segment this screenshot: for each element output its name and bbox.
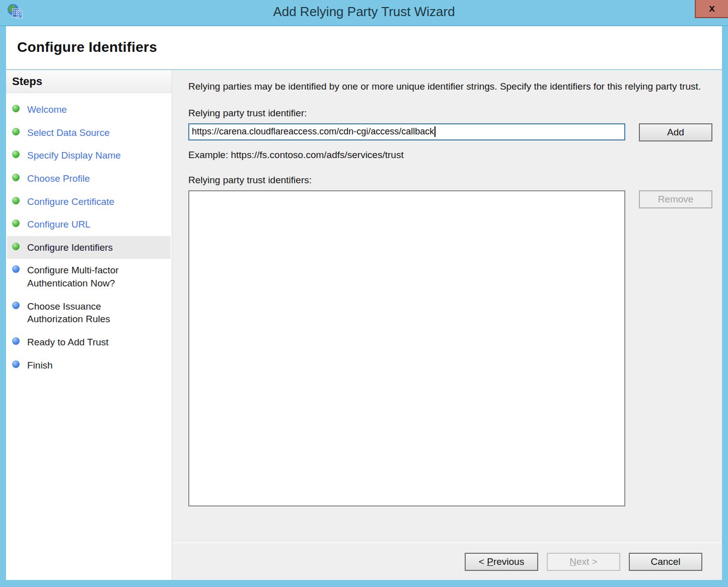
add-button[interactable]: Add	[639, 123, 712, 141]
step-done-bullet-icon	[12, 105, 20, 112]
sidebar-item-label: Choose Profile	[27, 172, 90, 185]
sidebar-item-choose-issuance-authorization-rules[interactable]: Choose Issuance Authorization Rules	[7, 295, 171, 331]
sidebar-item-label: Finish	[27, 359, 53, 372]
cancel-button[interactable]: Cancel	[629, 553, 702, 571]
content-row: Steps WelcomeSelect Data SourceSpecify D…	[6, 70, 722, 580]
step-pending-bullet-icon	[12, 337, 20, 345]
sidebar-item-select-data-source[interactable]: Select Data Source	[7, 121, 171, 144]
step-done-bullet-icon	[12, 128, 20, 135]
add-relying-party-trust-wizard-window: { "window": { "title": "Add Relying Part…	[0, 0, 728, 587]
intro-text: Relying parties may be identified by one…	[188, 80, 708, 94]
previous-label-rest: revious	[493, 556, 524, 567]
sidebar-item-label: Configure Certificate	[27, 195, 114, 208]
page-title: Configure Identifiers	[17, 39, 722, 55]
next-label-rest: ext >	[576, 556, 598, 567]
sidebar-item-ready-to-add-trust[interactable]: Ready to Add Trust	[7, 331, 171, 354]
sidebar-item-welcome[interactable]: Welcome	[7, 98, 171, 121]
step-pending-bullet-icon	[12, 302, 20, 309]
main-panel: Relying parties may be identified by one…	[172, 70, 722, 580]
identifiers-list-label: Relying party trust identifiers:	[188, 175, 722, 186]
previous-label-key: P	[487, 556, 493, 567]
identifiers-list-row: Remove	[188, 190, 722, 506]
steps-list: WelcomeSelect Data SourceSpecify Display…	[6, 93, 172, 377]
step-pending-bullet-icon	[12, 265, 20, 273]
page-header: Configure Identifiers	[6, 26, 722, 69]
sidebar-item-label: Choose Issuance Authorization Rules	[27, 300, 151, 326]
step-done-bullet-icon	[12, 219, 20, 227]
sidebar-item-label: Specify Display Name	[27, 149, 121, 162]
step-pending-bullet-icon	[12, 360, 20, 368]
sidebar-item-label: Configure Multi-factor Authentication No…	[27, 264, 151, 289]
steps-heading: Steps	[6, 70, 172, 93]
sidebar-item-configure-url[interactable]: Configure URL	[7, 213, 171, 236]
titlebar: Add Relying Party Trust Wizard x	[0, 0, 728, 26]
wizard-footer: < Previous Next > Cancel	[172, 542, 722, 580]
previous-label-pre: <	[479, 556, 487, 567]
step-done-bullet-icon	[12, 197, 20, 204]
step-done-bullet-icon	[12, 174, 20, 181]
sidebar-item-finish[interactable]: Finish	[7, 354, 171, 377]
window-title: Add Relying Party Trust Wizard	[0, 4, 728, 20]
remove-button[interactable]: Remove	[639, 190, 712, 208]
sidebar-item-configure-identifiers[interactable]: Configure Identifiers	[7, 236, 171, 259]
step-done-bullet-icon	[12, 151, 20, 158]
example-text: Example: https://fs.contoso.com/adfs/ser…	[188, 150, 722, 161]
identifiers-listbox[interactable]	[188, 190, 625, 506]
main-content: Relying parties may be identified by one…	[172, 70, 722, 542]
previous-button[interactable]: < Previous	[465, 553, 538, 571]
sidebar-item-specify-display-name[interactable]: Specify Display Name	[7, 144, 171, 167]
close-button[interactable]: x	[695, 0, 728, 18]
sidebar-item-configure-certificate[interactable]: Configure Certificate	[7, 190, 171, 213]
step-done-bullet-icon	[12, 243, 20, 250]
sidebar-item-label: Configure Identifiers	[27, 241, 113, 254]
identifier-input[interactable]: https://carena.cloudflareaccess.com/cdn-…	[188, 123, 625, 140]
next-label-key: N	[569, 556, 576, 567]
identifier-input-value: https://carena.cloudflareaccess.com/cdn-…	[192, 126, 434, 137]
next-button[interactable]: Next >	[547, 553, 620, 571]
identifier-input-row: https://carena.cloudflareaccess.com/cdn-…	[188, 123, 722, 141]
text-caret	[434, 126, 435, 137]
sidebar-item-label: Configure URL	[27, 218, 91, 231]
sidebar-item-label: Ready to Add Trust	[27, 336, 109, 349]
sidebar-item-label: Welcome	[27, 103, 67, 116]
sidebar-item-label: Select Data Source	[27, 126, 110, 139]
identifier-input-label: Relying party trust identifier:	[188, 108, 722, 119]
sidebar-item-choose-profile[interactable]: Choose Profile	[7, 167, 171, 190]
steps-sidebar: Steps WelcomeSelect Data SourceSpecify D…	[6, 70, 172, 580]
sidebar-item-configure-multi-factor-authentication-now[interactable]: Configure Multi-factor Authentication No…	[7, 259, 171, 295]
